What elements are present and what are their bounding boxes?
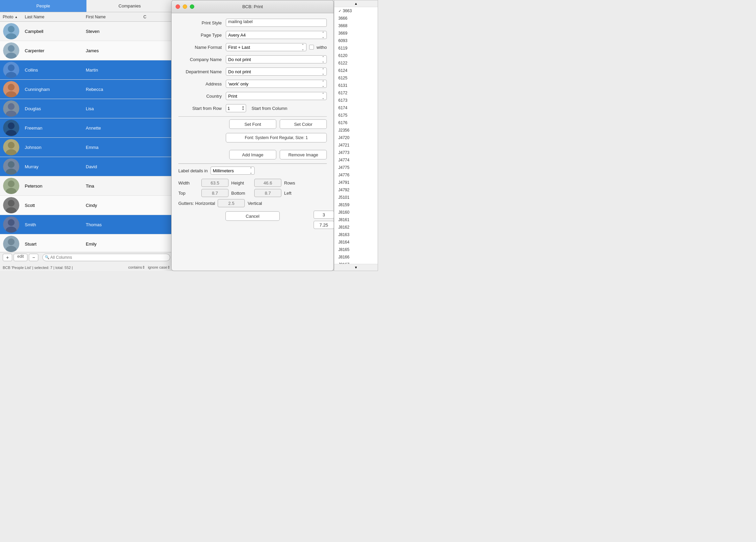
last-name: Carpenter	[22, 48, 83, 53]
list-item[interactable]: J4775	[334, 164, 378, 171]
col-firstname[interactable]: First Name	[83, 15, 141, 19]
photo-cell	[0, 99, 22, 118]
list-item[interactable]: J4776	[334, 171, 378, 179]
gutters-input[interactable]	[218, 199, 245, 207]
company-name-select[interactable]: Do not print ⌃⌄	[226, 55, 327, 63]
list-item[interactable]: J8166	[334, 253, 378, 261]
table-row[interactable]: Scott Cindy	[0, 196, 173, 215]
dialog-body: Print Style mailing label Page Type Aver…	[172, 13, 334, 271]
remove-button[interactable]: −	[29, 254, 38, 261]
col-photo[interactable]: Photo	[0, 15, 22, 19]
table-row[interactable]: Collins Martin	[0, 60, 173, 80]
height-input[interactable]	[254, 179, 281, 187]
country-select[interactable]: Print ⌃⌄	[226, 92, 327, 100]
tab-companies[interactable]: Companies	[86, 0, 173, 12]
left-value-input[interactable]	[314, 221, 334, 229]
list-item[interactable]: J4720	[334, 134, 378, 141]
list-item[interactable]: J2356	[334, 127, 378, 134]
contains-filter[interactable]: contains⇕	[128, 265, 145, 270]
table-row[interactable]: Murray David	[0, 157, 173, 176]
list-item[interactable]: 3668	[334, 22, 378, 30]
table-row[interactable]: Douglas Lisa	[0, 99, 173, 118]
page-type-select[interactable]: Avery A4 ⌃⌄	[226, 31, 327, 39]
remove-image-button[interactable]: Remove Image	[280, 150, 327, 159]
photo-cell	[0, 138, 22, 157]
list-item[interactable]: 6125	[334, 74, 378, 82]
list-item[interactable]: J8161	[334, 216, 378, 224]
status-bar: BCB 'People List' | selected: 7 | total:…	[3, 266, 73, 270]
address-label: Address	[178, 81, 226, 86]
dimensions-grid-2: Top Bottom Left	[178, 189, 327, 197]
ignore-case-filter[interactable]: ignore case⇕	[148, 265, 170, 270]
list-item[interactable]: J4792	[334, 186, 378, 194]
table-row[interactable]: Campbell Steven	[0, 22, 173, 41]
search-input[interactable]	[42, 254, 170, 261]
zoom-button[interactable]	[190, 4, 194, 9]
list-item[interactable]: 6120	[334, 52, 378, 59]
name-format-select[interactable]: First + Last ⌃⌄	[226, 43, 306, 51]
list-item[interactable]: 6176	[334, 119, 378, 127]
first-name: James	[83, 48, 141, 53]
list-item[interactable]: J8160	[334, 209, 378, 216]
chevron-up-down-icon: ⌃⌄	[301, 43, 304, 51]
list-item[interactable]: 6172	[334, 89, 378, 97]
avatar	[3, 216, 19, 233]
list-item[interactable]: 3663	[334, 7, 378, 15]
list-item[interactable]: J5101	[334, 194, 378, 201]
last-name: Smith	[22, 222, 83, 227]
label-units-select[interactable]: Millimeters ⌃⌄	[211, 167, 255, 175]
set-color-button[interactable]: Set Color	[280, 119, 327, 129]
list-item[interactable]: 6174	[334, 104, 378, 112]
scroll-up-button[interactable]: ▲	[334, 0, 378, 7]
cancel-button[interactable]: Cancel	[225, 211, 280, 221]
without-checkbox[interactable]	[309, 45, 314, 50]
list-item[interactable]: J8164	[334, 238, 378, 246]
table-row[interactable]: Peterson Tina	[0, 176, 173, 196]
svg-point-4	[8, 45, 15, 52]
list-item[interactable]: J8159	[334, 201, 378, 209]
list-item[interactable]: 6131	[334, 82, 378, 89]
list-item[interactable]: J8163	[334, 231, 378, 238]
list-item[interactable]: J8162	[334, 224, 378, 231]
add-image-button[interactable]: Add Image	[229, 150, 276, 159]
table-row[interactable]: Cunningham Rebecca	[0, 80, 173, 99]
department-name-select[interactable]: Do not print ⌃⌄	[226, 67, 327, 76]
list-item[interactable]: J4791	[334, 179, 378, 186]
rows-value-input[interactable]	[314, 211, 334, 219]
start-row-input[interactable]: 1 ▲ ▼	[226, 104, 246, 112]
list-item[interactable]: J4774	[334, 156, 378, 164]
bottom-input[interactable]	[254, 189, 281, 197]
width-input[interactable]	[201, 179, 228, 187]
stepper-arrows[interactable]: ▲ ▼	[242, 105, 244, 111]
add-button[interactable]: +	[3, 254, 12, 261]
edit-button[interactable]: edit	[14, 254, 27, 261]
close-button[interactable]	[176, 4, 180, 9]
set-font-button[interactable]: Set Font	[229, 119, 276, 129]
print-style-field: mailing label	[226, 19, 327, 27]
list-item[interactable]: 6122	[334, 59, 378, 67]
scroll-down-button[interactable]: ▼	[334, 264, 378, 271]
table-row[interactable]: Johnson Emma	[0, 138, 173, 157]
list-item[interactable]: 6119	[334, 44, 378, 52]
list-item[interactable]: 6093	[334, 37, 378, 44]
tab-people[interactable]: People	[0, 0, 86, 12]
list-item[interactable]: 3666	[334, 15, 378, 22]
list-item[interactable]: 6173	[334, 97, 378, 104]
address-select[interactable]: 'work' only ⌃⌄	[226, 80, 327, 88]
col-lastname[interactable]: Last Name	[22, 15, 83, 19]
list-item[interactable]: J8165	[334, 246, 378, 253]
list-item[interactable]: 6175	[334, 112, 378, 119]
table-row[interactable]: Carpenter James	[0, 41, 173, 60]
avatar	[3, 23, 19, 39]
list-item[interactable]: 3669	[334, 30, 378, 37]
table-row[interactable]: Freeman Annette	[0, 118, 173, 138]
list-item[interactable]: J8167	[334, 261, 378, 264]
table-row[interactable]: Stuart Emily	[0, 234, 173, 252]
list-item[interactable]: 6124	[334, 67, 378, 74]
top-input[interactable]	[201, 189, 228, 197]
table-row[interactable]: Smith Thomas	[0, 215, 173, 234]
list-item[interactable]: J4721	[334, 141, 378, 149]
list-item[interactable]: J4773	[334, 149, 378, 156]
last-name: Collins	[22, 67, 83, 73]
minimize-button[interactable]	[183, 4, 187, 9]
